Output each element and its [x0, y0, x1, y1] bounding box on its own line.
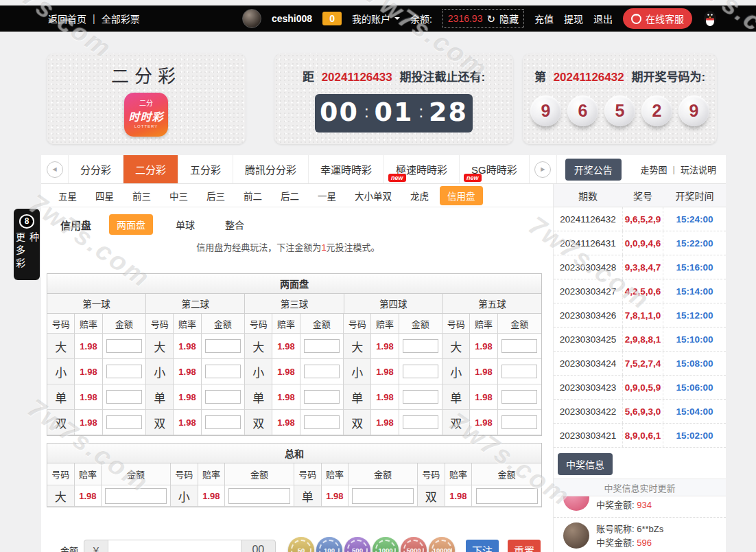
reset-button[interactable]: 重置	[508, 540, 541, 552]
bet-amount-input[interactable]	[501, 390, 537, 404]
bet-cell-group: 小1.98	[344, 359, 442, 384]
option-label[interactable]: 大	[442, 334, 470, 359]
subnav-item-中三[interactable]: 中三	[162, 186, 196, 205]
option-label[interactable]: 单	[245, 384, 272, 410]
option-label[interactable]: 大	[344, 334, 371, 359]
bet-amount-input[interactable]	[106, 390, 142, 404]
option-label[interactable]: 大	[245, 334, 272, 359]
chip-1000[interactable]: 1000	[373, 537, 399, 552]
recharge-link[interactable]: 充值	[534, 12, 554, 25]
option-label[interactable]: 双	[418, 485, 445, 507]
subnav-item-信用盘[interactable]: 信用盘	[440, 186, 483, 205]
mode-整合[interactable]: 整合	[217, 214, 252, 235]
home-link[interactable]: 返回首页	[48, 12, 86, 25]
option-label[interactable]: 双	[442, 410, 470, 435]
bet-amount-input[interactable]	[403, 365, 438, 378]
bet-amount-input[interactable]	[106, 365, 142, 378]
tab-腾訊分分彩[interactable]: 腾訊分分彩	[233, 155, 309, 183]
subnav-item-后二[interactable]: 后二	[273, 186, 307, 205]
scroll-left-icon[interactable]: ◀	[47, 161, 63, 178]
tab-分分彩[interactable]: 分分彩	[69, 155, 123, 183]
bet-amount-input[interactable]	[501, 415, 537, 429]
option-label[interactable]: 小	[344, 359, 371, 384]
bet-amount-input[interactable]	[403, 339, 438, 353]
option-label[interactable]: 双	[245, 410, 272, 435]
bet-amount-input[interactable]	[205, 365, 241, 378]
all-lottery-link[interactable]: 全部彩票	[102, 12, 140, 25]
rules-link[interactable]: 玩法说明	[681, 163, 716, 176]
scroll-right-icon[interactable]: ▶	[534, 161, 551, 178]
bet-amount-input[interactable]	[205, 415, 241, 429]
online-service-button[interactable]: 在线客服	[623, 8, 692, 29]
account-menu[interactable]: 我的账户	[352, 12, 400, 25]
subnav-item-前三[interactable]: 前三	[125, 186, 158, 205]
chip-100[interactable]: 100	[316, 537, 342, 552]
subnav-item-龙虎[interactable]: 龙虎	[403, 186, 436, 205]
result-numbers: 0,0,9,4,6	[622, 231, 663, 255]
bet-amount-input[interactable]	[304, 365, 340, 378]
bet-amount-input[interactable]	[352, 488, 414, 504]
more-lotteries-tab[interactable]: 8 更多彩种	[14, 209, 40, 280]
bet-amount-input[interactable]	[228, 488, 290, 504]
bet-amount-input[interactable]	[304, 415, 340, 429]
option-label[interactable]: 单	[47, 384, 75, 410]
mode-单球[interactable]: 单球	[168, 214, 202, 235]
refresh-icon[interactable]: ↻	[486, 14, 495, 24]
message-count-badge[interactable]: 0	[322, 12, 342, 25]
option-label[interactable]: 大	[47, 485, 75, 507]
bet-amount-input[interactable]	[304, 390, 340, 404]
tab-SG時時彩[interactable]: SG時時彩new	[460, 155, 530, 183]
qq-icon[interactable]	[702, 10, 718, 27]
option-label[interactable]: 小	[171, 485, 198, 507]
option-label[interactable]: 单	[146, 384, 174, 410]
subnav-item-四星[interactable]: 四星	[88, 186, 121, 205]
odds-value: 1.98	[322, 485, 349, 507]
bet-amount-input[interactable]	[476, 488, 538, 504]
option-label[interactable]: 小	[47, 359, 75, 384]
total-amount-input[interactable]	[108, 540, 241, 552]
user-avatar[interactable]	[242, 9, 261, 28]
chip-50[interactable]: 50	[288, 537, 314, 552]
option-label[interactable]: 单	[294, 485, 322, 507]
bet-amount-input[interactable]	[205, 339, 241, 353]
subnav-item-大小单双[interactable]: 大小单双	[347, 186, 399, 205]
bet-amount-input[interactable]	[501, 339, 537, 353]
tab-二分彩[interactable]: 二分彩	[123, 155, 178, 183]
tab-幸運時時彩[interactable]: 幸運時時彩	[309, 155, 384, 183]
submit-bet-button[interactable]: 下注	[466, 540, 499, 552]
bet-amount-input[interactable]	[403, 390, 438, 404]
winning-info-button[interactable]: 中奖信息	[558, 453, 613, 475]
option-label[interactable]: 大	[47, 334, 75, 359]
trend-chart-link[interactable]: 走势图	[641, 163, 668, 176]
subnav-item-五星[interactable]: 五星	[51, 186, 84, 205]
bet-amount-input[interactable]	[106, 339, 142, 353]
hide-balance-button[interactable]: 隐藏	[499, 12, 519, 25]
tab-五分彩[interactable]: 五分彩	[178, 155, 233, 183]
option-label[interactable]: 小	[146, 359, 174, 384]
logout-link[interactable]: 退出	[593, 12, 613, 25]
option-label[interactable]: 双	[344, 410, 371, 435]
bet-amount-input[interactable]	[304, 339, 340, 353]
chip-500[interactable]: 500	[344, 537, 370, 552]
bet-amount-input[interactable]	[105, 488, 167, 504]
mode-两面盘[interactable]: 两面盘	[109, 214, 153, 235]
bet-amount-input[interactable]	[501, 365, 537, 378]
bet-amount-input[interactable]	[106, 415, 142, 429]
option-label[interactable]: 单	[442, 384, 470, 410]
option-label[interactable]: 小	[245, 359, 272, 384]
chip-5000[interactable]: 5000	[401, 537, 427, 552]
option-label[interactable]: 大	[146, 334, 174, 359]
withdraw-link[interactable]: 提现	[564, 12, 583, 25]
subnav-item-后三[interactable]: 后三	[199, 186, 233, 205]
bet-amount-input[interactable]	[205, 390, 241, 404]
announce-button[interactable]: 开奖公告	[565, 159, 622, 181]
chip-10000[interactable]: 10000	[429, 537, 455, 552]
subnav-item-前二[interactable]: 前二	[236, 186, 270, 205]
option-label[interactable]: 双	[146, 410, 174, 435]
bet-amount-input[interactable]	[403, 415, 438, 429]
option-label[interactable]: 小	[442, 359, 470, 384]
tab-極速時時彩[interactable]: 極速時時彩new	[384, 155, 460, 183]
subnav-item-一星[interactable]: 一星	[310, 186, 344, 205]
option-label[interactable]: 单	[344, 384, 371, 410]
option-label[interactable]: 双	[47, 410, 75, 435]
